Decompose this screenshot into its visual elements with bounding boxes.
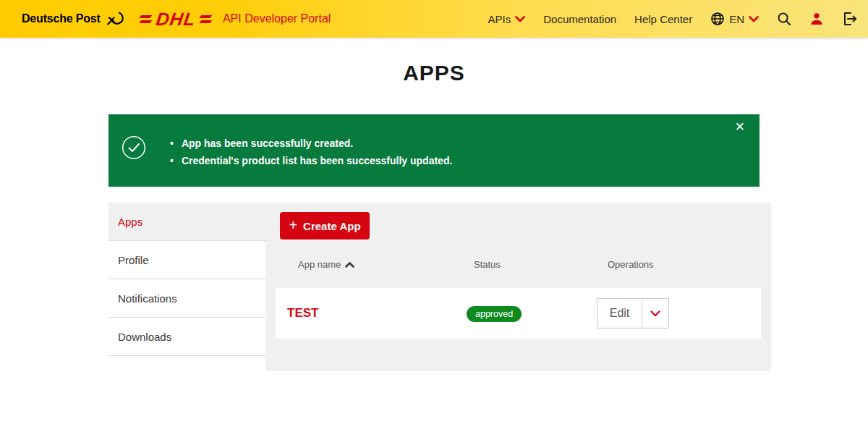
nav-apis[interactable]: APIs [488, 13, 526, 25]
search-icon [777, 12, 791, 26]
nav-help-center[interactable]: Help Center [634, 13, 692, 25]
page-title: APPS [0, 61, 868, 85]
success-banner: • App has been successfully created. • C… [109, 114, 760, 187]
sidebar-item-profile[interactable]: Profile [109, 241, 265, 279]
sidebar-item-apps[interactable]: Apps [109, 203, 265, 241]
status-badge: approved [467, 306, 522, 322]
bullet: • [170, 155, 174, 166]
table-row: TEST approved Edit [276, 288, 761, 339]
account-sidebar: Apps Profile Notifications Downloads [109, 203, 265, 356]
banner-close-icon[interactable]: ✕ [735, 121, 745, 133]
apps-panel: + Create App App name Status Operations … [265, 203, 771, 371]
table-header-operations: Operations [608, 259, 654, 270]
logout-button[interactable] [842, 11, 858, 27]
bullet: • [170, 137, 174, 149]
dhl-logo-bars-left [140, 15, 151, 22]
nav-documentation[interactable]: Documentation [543, 13, 616, 25]
dhl-api-developer-portal: Deutsche Post DHL API Developer Portal A… [0, 0, 868, 424]
success-message-list: • App has been successfully created. • C… [170, 137, 452, 166]
posthorn-icon [106, 9, 126, 28]
language-label: EN [729, 13, 744, 25]
operations-button-group: Edit [597, 298, 669, 328]
chevron-down-icon [650, 310, 660, 317]
language-selector[interactable]: EN [710, 12, 759, 26]
portal-title[interactable]: API Developer Portal [223, 12, 331, 25]
operations-dropdown-toggle[interactable] [642, 299, 668, 328]
deutsche-post-wordmark: Deutsche Post [22, 12, 101, 25]
success-message: • Credential's product list has been suc… [170, 155, 452, 166]
logout-icon [842, 11, 858, 27]
globe-icon [710, 12, 725, 26]
account-button[interactable] [809, 12, 824, 26]
chevron-down-icon [749, 16, 759, 22]
success-message: • App has been successfully created. [170, 137, 452, 149]
dhl-wordmark: DHL [155, 10, 197, 28]
app-name-link[interactable]: TEST [287, 288, 318, 339]
search-button[interactable] [777, 12, 791, 26]
plus-icon: + [289, 218, 297, 232]
sort-ascending-icon [345, 262, 354, 268]
table-header-status: Status [474, 259, 501, 270]
table-header-app-name[interactable]: App name [298, 259, 354, 270]
success-check-icon [122, 135, 146, 160]
dhl-logo-bars-right [200, 15, 211, 22]
deutsche-post-logo[interactable]: Deutsche Post [22, 9, 126, 28]
sidebar-item-downloads[interactable]: Downloads [109, 318, 265, 356]
dhl-logo[interactable]: DHL [140, 10, 211, 28]
sidebar-item-notifications[interactable]: Notifications [109, 279, 265, 318]
chevron-down-icon [515, 16, 525, 22]
top-navbar: Deutsche Post DHL API Developer Portal A… [0, 0, 868, 38]
header-nav: APIs Documentation Help Center [488, 11, 858, 27]
user-icon [809, 12, 824, 26]
edit-button[interactable]: Edit [597, 299, 642, 328]
create-app-button[interactable]: + Create App [280, 212, 370, 239]
